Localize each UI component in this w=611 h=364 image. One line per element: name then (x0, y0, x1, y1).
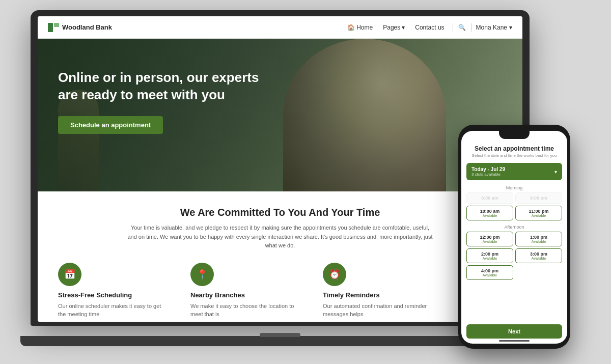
chevron-down-icon: ▾ (402, 24, 405, 31)
date-sub: 3 slots available (471, 172, 505, 177)
afternoon-grid: 12:00 pm Available 1:00 pm Available 2:0… (466, 232, 562, 280)
laptop-screen: Woodland Bank 🏠 Home Pages ▾ (38, 16, 522, 322)
phone-content: Select an appointment time Select the da… (461, 131, 567, 344)
logo-area: Woodland Bank (48, 22, 112, 33)
nav-home[interactable]: 🏠 Home (343, 22, 377, 33)
date-selector[interactable]: Today - Jul 29 3 slots available ▾ (466, 163, 562, 180)
phone-notch (499, 131, 530, 139)
phone-screen: Select an appointment time Select the da… (461, 131, 567, 344)
search-button[interactable]: 🔍 (457, 22, 467, 33)
next-button[interactable]: Next (466, 324, 562, 339)
hero-section: Online or in person, our experts are rea… (38, 39, 522, 191)
hero-content: Online or in person, our experts are rea… (38, 39, 292, 154)
website: Woodland Bank 🏠 Home Pages ▾ (38, 16, 522, 322)
morning-label: Morning (466, 185, 562, 190)
navbar: Woodland Bank 🏠 Home Pages ▾ (38, 16, 522, 39)
hero-title: Online or in person, our experts are rea… (58, 69, 272, 104)
nav-divider (453, 23, 453, 32)
svg-rect-1 (54, 23, 59, 27)
nav-divider-2 (471, 23, 472, 32)
reminders-description: Our automated confirmation and reminder … (323, 302, 435, 319)
afternoon-label: Afternoon (466, 225, 562, 230)
scheduling-icon: 📅 (58, 263, 81, 286)
morning-grid: 8:00 am 9:00 pm 10:00 am Available 11:00… (466, 192, 562, 220)
phone-shell: Select an appointment time Select the da… (458, 125, 570, 349)
chevron-down-icon: ▾ (509, 24, 512, 31)
phone: Select an appointment time Select the da… (458, 125, 570, 349)
phone-subtitle: Select the date and time the works best … (466, 153, 562, 158)
laptop-shell: Woodland Bank 🏠 Home Pages ▾ (31, 10, 530, 326)
user-menu[interactable]: Mona Kane ▾ (476, 24, 512, 31)
phone-title: Select an appointment time (466, 145, 562, 152)
time-slot-4pm[interactable]: 4:00 pm Available (466, 265, 513, 280)
home-indicator (499, 340, 530, 342)
scheduling-title: Stress-Free Scheduling (58, 291, 170, 299)
home-icon: 🏠 (347, 24, 355, 31)
branches-description: We make it easy to choose the location t… (190, 302, 302, 319)
laptop-hinge (260, 333, 300, 337)
scene: Woodland Bank 🏠 Home Pages ▾ (0, 0, 611, 364)
branches-icon: 📍 (190, 263, 214, 286)
time-slot-3pm[interactable]: 3:00 pm Available (515, 248, 562, 263)
date-label: Today - Jul 29 (471, 166, 505, 172)
commitment-description: Your time is valuable, and we pledge to … (127, 223, 433, 250)
time-slot-12pm[interactable]: 12:00 pm Available (466, 232, 513, 246)
reminders-title: Timely Reminders (323, 291, 435, 299)
feature-scheduling: 📅 Stress-Free Scheduling Our online sche… (58, 263, 170, 319)
nav-contact[interactable]: Contact us (411, 22, 448, 33)
chevron-down-icon: ▾ (554, 169, 557, 175)
commitment-title: We Are Committed To You And Your Time (58, 207, 502, 218)
reminders-icon: ⏰ (323, 263, 346, 286)
time-slot-9pm[interactable]: 9:00 pm (515, 192, 562, 204)
feature-branches: 📍 Nearby Branches We make it easy to cho… (190, 263, 302, 319)
time-slot-8am[interactable]: 8:00 am (466, 192, 513, 204)
schedule-appointment-button[interactable]: Schedule an appointment (58, 116, 163, 134)
logo-text: Woodland Bank (62, 23, 112, 31)
svg-rect-0 (48, 23, 53, 32)
time-slot-10am[interactable]: 10:00 am Available (466, 206, 513, 220)
content-section: We Are Committed To You And Your Time Yo… (38, 191, 522, 322)
nav-links: 🏠 Home Pages ▾ Contact us 🔍 (343, 22, 512, 33)
logo-icon (48, 22, 59, 33)
scheduling-description: Our online scheduler makes it easy to ge… (58, 302, 170, 319)
time-slot-11pm[interactable]: 11:00 pm Available (515, 206, 562, 220)
time-slot-1pm[interactable]: 1:00 pm Available (515, 232, 562, 246)
date-info: Today - Jul 29 3 slots available (471, 166, 505, 177)
laptop: Woodland Bank 🏠 Home Pages ▾ (31, 10, 530, 346)
nav-pages[interactable]: Pages ▾ (379, 22, 409, 33)
feature-reminders: ⏰ Timely Reminders Our automated confirm… (323, 263, 435, 319)
branches-title: Nearby Branches (190, 291, 302, 299)
time-slot-2pm[interactable]: 2:00 pm Available (466, 248, 513, 263)
features-grid: 📅 Stress-Free Scheduling Our online sche… (58, 263, 502, 319)
